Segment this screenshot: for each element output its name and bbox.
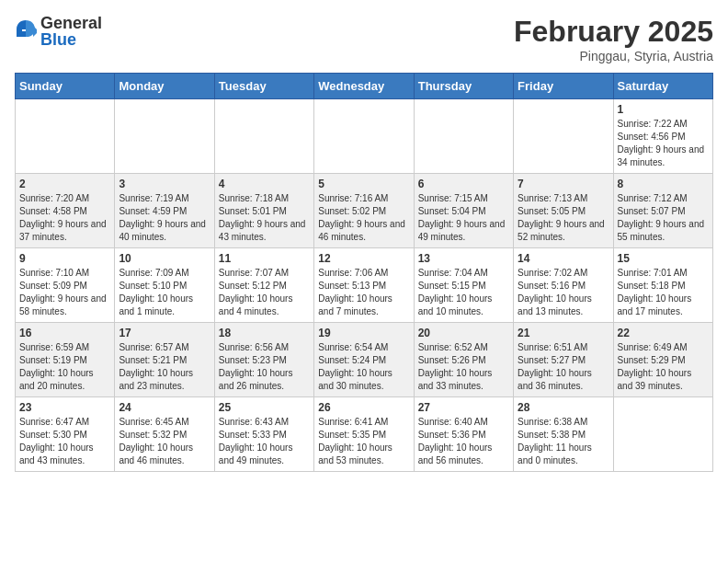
day-number: 21 <box>518 327 609 339</box>
day-info: Sunrise: 7:06 AM Sunset: 5:13 PM Dayligh… <box>318 267 409 318</box>
day-info: Sunrise: 6:51 AM Sunset: 5:27 PM Dayligh… <box>518 341 609 393</box>
day-number: 22 <box>618 327 709 339</box>
calendar-cell: 3Sunrise: 7:19 AM Sunset: 4:59 PM Daylig… <box>115 174 214 248</box>
weekday-header-saturday: Saturday <box>613 74 712 99</box>
day-number: 11 <box>219 252 310 265</box>
day-info: Sunrise: 6:59 AM Sunset: 5:19 PM Dayligh… <box>19 341 110 393</box>
week-row-1: 1Sunrise: 7:22 AM Sunset: 4:56 PM Daylig… <box>16 99 713 174</box>
day-info: Sunrise: 7:12 AM Sunset: 5:07 PM Dayligh… <box>618 192 709 244</box>
day-info: Sunrise: 6:41 AM Sunset: 5:35 PM Dayligh… <box>318 416 409 467</box>
day-number: 27 <box>418 401 509 414</box>
calendar-cell: 12Sunrise: 7:06 AM Sunset: 5:13 PM Dayli… <box>314 248 414 323</box>
calendar-cell: 20Sunrise: 6:52 AM Sunset: 5:26 PM Dayli… <box>414 323 513 397</box>
day-number: 3 <box>119 178 210 190</box>
day-info: Sunrise: 7:13 AM Sunset: 5:05 PM Dayligh… <box>518 192 609 244</box>
day-number: 18 <box>219 327 310 339</box>
logo-icon <box>15 18 37 44</box>
day-info: Sunrise: 6:47 AM Sunset: 5:30 PM Dayligh… <box>19 416 110 467</box>
day-info: Sunrise: 6:38 AM Sunset: 5:38 PM Dayligh… <box>518 416 609 467</box>
day-info: Sunrise: 6:49 AM Sunset: 5:29 PM Dayligh… <box>618 341 709 393</box>
calendar-cell <box>16 99 115 174</box>
calendar-cell: 15Sunrise: 7:01 AM Sunset: 5:18 PM Dayli… <box>613 248 712 323</box>
calendar-cell: 13Sunrise: 7:04 AM Sunset: 5:15 PM Dayli… <box>414 248 513 323</box>
week-row-2: 2Sunrise: 7:20 AM Sunset: 4:58 PM Daylig… <box>16 174 713 248</box>
weekday-header-monday: Monday <box>115 74 214 99</box>
weekday-header-tuesday: Tuesday <box>214 74 313 99</box>
calendar-cell: 11Sunrise: 7:07 AM Sunset: 5:12 PM Dayli… <box>214 248 313 323</box>
day-info: Sunrise: 7:04 AM Sunset: 5:15 PM Dayligh… <box>418 267 509 318</box>
calendar-cell: 22Sunrise: 6:49 AM Sunset: 5:29 PM Dayli… <box>613 323 712 397</box>
day-number: 23 <box>19 401 110 414</box>
day-number: 26 <box>318 401 409 414</box>
location: Pinggau, Styria, Austria <box>514 49 713 63</box>
calendar-cell <box>214 99 313 174</box>
day-info: Sunrise: 7:22 AM Sunset: 4:56 PM Dayligh… <box>618 118 709 169</box>
calendar-cell: 25Sunrise: 6:43 AM Sunset: 5:33 PM Dayli… <box>214 397 313 472</box>
day-number: 17 <box>119 327 210 339</box>
day-info: Sunrise: 7:10 AM Sunset: 5:09 PM Dayligh… <box>19 267 110 318</box>
calendar-cell: 1Sunrise: 7:22 AM Sunset: 4:56 PM Daylig… <box>613 99 712 174</box>
title-block: February 2025 Pinggau, Styria, Austria <box>514 15 713 63</box>
calendar-cell <box>613 397 712 472</box>
day-info: Sunrise: 7:02 AM Sunset: 5:16 PM Dayligh… <box>518 267 609 318</box>
week-row-3: 9Sunrise: 7:10 AM Sunset: 5:09 PM Daylig… <box>16 248 713 323</box>
day-number: 19 <box>318 327 409 339</box>
day-info: Sunrise: 6:45 AM Sunset: 5:32 PM Dayligh… <box>119 416 210 467</box>
day-info: Sunrise: 7:15 AM Sunset: 5:04 PM Dayligh… <box>418 192 509 244</box>
day-number: 14 <box>518 252 609 265</box>
weekday-header-row: SundayMondayTuesdayWednesdayThursdayFrid… <box>16 74 713 99</box>
day-info: Sunrise: 6:54 AM Sunset: 5:24 PM Dayligh… <box>318 341 409 393</box>
month-title: February 2025 <box>514 15 713 49</box>
calendar-cell: 14Sunrise: 7:02 AM Sunset: 5:16 PM Dayli… <box>514 248 613 323</box>
calendar-cell: 2Sunrise: 7:20 AM Sunset: 4:58 PM Daylig… <box>16 174 115 248</box>
day-info: Sunrise: 7:20 AM Sunset: 4:58 PM Dayligh… <box>19 192 110 244</box>
calendar-cell: 6Sunrise: 7:15 AM Sunset: 5:04 PM Daylig… <box>414 174 513 248</box>
logo-general: General <box>40 15 102 31</box>
day-number: 6 <box>418 178 509 190</box>
day-number: 4 <box>219 178 310 190</box>
day-info: Sunrise: 6:56 AM Sunset: 5:23 PM Dayligh… <box>219 341 310 393</box>
svg-marker-0 <box>33 26 37 37</box>
logo: General Blue <box>15 15 102 48</box>
calendar-cell: 10Sunrise: 7:09 AM Sunset: 5:10 PM Dayli… <box>115 248 214 323</box>
calendar-cell: 24Sunrise: 6:45 AM Sunset: 5:32 PM Dayli… <box>115 397 214 472</box>
weekday-header-friday: Friday <box>514 74 613 99</box>
calendar-cell: 5Sunrise: 7:16 AM Sunset: 5:02 PM Daylig… <box>314 174 414 248</box>
day-number: 7 <box>518 178 609 190</box>
day-number: 1 <box>618 103 709 116</box>
calendar-cell: 19Sunrise: 6:54 AM Sunset: 5:24 PM Dayli… <box>314 323 414 397</box>
day-number: 8 <box>618 178 709 190</box>
calendar-cell: 16Sunrise: 6:59 AM Sunset: 5:19 PM Dayli… <box>16 323 115 397</box>
calendar-cell: 8Sunrise: 7:12 AM Sunset: 5:07 PM Daylig… <box>613 174 712 248</box>
day-info: Sunrise: 7:07 AM Sunset: 5:12 PM Dayligh… <box>219 267 310 318</box>
weekday-header-sunday: Sunday <box>16 74 115 99</box>
day-info: Sunrise: 7:09 AM Sunset: 5:10 PM Dayligh… <box>119 267 210 318</box>
day-info: Sunrise: 6:40 AM Sunset: 5:36 PM Dayligh… <box>418 416 509 467</box>
day-number: 28 <box>518 401 609 414</box>
calendar-cell <box>414 99 513 174</box>
calendar-cell: 7Sunrise: 7:13 AM Sunset: 5:05 PM Daylig… <box>514 174 613 248</box>
calendar-table: SundayMondayTuesdayWednesdayThursdayFrid… <box>15 73 713 472</box>
day-info: Sunrise: 7:16 AM Sunset: 5:02 PM Dayligh… <box>318 192 409 244</box>
logo-blue: Blue <box>40 31 102 48</box>
day-number: 10 <box>119 252 210 265</box>
day-number: 5 <box>318 178 409 190</box>
day-number: 13 <box>418 252 509 265</box>
day-info: Sunrise: 6:57 AM Sunset: 5:21 PM Dayligh… <box>119 341 210 393</box>
day-info: Sunrise: 7:19 AM Sunset: 4:59 PM Dayligh… <box>119 192 210 244</box>
day-number: 15 <box>618 252 709 265</box>
calendar-cell: 18Sunrise: 6:56 AM Sunset: 5:23 PM Dayli… <box>214 323 313 397</box>
page-header: General Blue February 2025 Pinggau, Styr… <box>15 15 713 63</box>
weekday-header-wednesday: Wednesday <box>314 74 414 99</box>
day-number: 25 <box>219 401 310 414</box>
calendar-cell: 4Sunrise: 7:18 AM Sunset: 5:01 PM Daylig… <box>214 174 313 248</box>
day-info: Sunrise: 6:43 AM Sunset: 5:33 PM Dayligh… <box>219 416 310 467</box>
day-number: 2 <box>19 178 110 190</box>
day-number: 24 <box>119 401 210 414</box>
calendar-cell <box>514 99 613 174</box>
day-number: 9 <box>19 252 110 265</box>
calendar-cell <box>115 99 214 174</box>
logo-text: General Blue <box>40 15 102 48</box>
day-info: Sunrise: 7:01 AM Sunset: 5:18 PM Dayligh… <box>618 267 709 318</box>
calendar-cell: 9Sunrise: 7:10 AM Sunset: 5:09 PM Daylig… <box>16 248 115 323</box>
